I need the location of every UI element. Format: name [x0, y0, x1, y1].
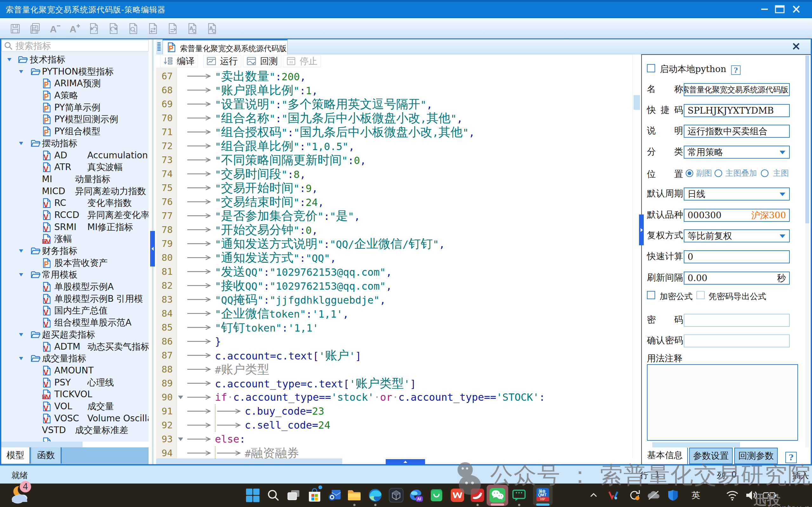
refresh-interval-field[interactable]: 0.00 秒: [684, 272, 790, 285]
tree-item[interactable]: MI动量指标: [1, 173, 149, 185]
windows-start-taskbar-button[interactable]: [243, 484, 262, 507]
undo-icon[interactable]: [89, 22, 99, 35]
inspector-vscroll-thumb[interactable]: [805, 56, 809, 223]
code-line[interactable]: 86}: [156, 334, 632, 348]
close-button[interactable]: [787, 0, 806, 18]
tree-item[interactable]: 成交量指标: [1, 352, 149, 364]
inspector-vertical-scrollbar[interactable]: [805, 56, 809, 448]
code-vertical-scrollbar[interactable]: [632, 54, 641, 458]
code-line[interactable]: 93else:: [156, 432, 632, 446]
tree-item[interactable]: VSRMIMI修正指标: [1, 221, 149, 233]
code-line[interactable]: 70"组合名称":"国九条后中小板微盘小改,其他",: [156, 111, 632, 125]
stop-button[interactable]: 停止: [283, 55, 321, 67]
tree-expand-icon[interactable]: [7, 58, 12, 62]
editor-tab-active[interactable]: P 索普量化聚宽交易系统源代码版: [163, 39, 287, 54]
tree-item[interactable]: VRC变化率指数: [1, 197, 149, 209]
dark-cube-app-taskbar-button[interactable]: [387, 484, 406, 507]
description-field[interactable]: 运行指数中买卖组合: [684, 125, 790, 138]
left-splitter-collapse-handle[interactable]: [150, 231, 155, 267]
code-line[interactable]: 87c.account=c.text['账户']: [156, 348, 632, 362]
tree-expand-icon[interactable]: [19, 357, 23, 360]
tree-item[interactable]: V单股模型示例A: [1, 281, 149, 293]
code-line[interactable]: 89c.account_type=c.text['账户类型']: [156, 376, 632, 390]
backtest-button[interactable]: 回测: [243, 55, 281, 67]
tree-expand-icon[interactable]: [19, 142, 23, 145]
code-line[interactable]: 77"是否参加集合竞价":"是",: [156, 209, 632, 223]
fold-marker-icon[interactable]: [178, 437, 183, 441]
adjust-select[interactable]: 等比前复权: [684, 229, 790, 242]
tree-item[interactable]: PA策略: [1, 90, 149, 102]
code-line[interactable]: 82"接收QQ":"1029762153@qq.com",: [156, 279, 632, 292]
code-line[interactable]: 79"通知发送方式说明":"QQ/企业微信/钉钉",: [156, 237, 632, 250]
hotkey-field[interactable]: SPLHJKJYXTYDMB: [684, 104, 790, 117]
tree-item[interactable]: VAMOUNT: [1, 364, 149, 377]
password-export-checkbox[interactable]: [696, 291, 705, 299]
doc-settings-icon[interactable]: A: [187, 22, 198, 35]
tree-item[interactable]: 财务指标: [1, 245, 149, 257]
tree-item[interactable]: VPSY心理线: [1, 377, 149, 389]
quick-calc-field[interactable]: 0: [684, 250, 790, 263]
tree-hscroll-thumb[interactable]: [1, 442, 83, 447]
tree-item[interactable]: 超买超卖指标: [1, 329, 149, 341]
tree-expand-icon[interactable]: [19, 70, 23, 74]
bottom-panel-collapse-handle[interactable]: [386, 459, 425, 464]
code-line[interactable]: 94#融资融券: [156, 446, 632, 458]
code-editor[interactable]: 67"卖出数量":200,68"账户跟单比例":1,69"设置说明":"多个策略…: [156, 68, 632, 458]
tree-item[interactable]: VVOL成交量: [1, 400, 149, 412]
radio-overlay[interactable]: [714, 169, 722, 177]
find-in-doc-icon[interactable]: [128, 22, 139, 35]
tree-item[interactable]: PPY简单示例: [1, 102, 149, 114]
tree-expand-icon[interactable]: [19, 249, 23, 253]
code-line[interactable]: 90if·c.account_type=='stock'·or·c.accoun…: [156, 390, 632, 404]
code-line[interactable]: 69"设置说明":"多个策略用英文逗号隔开",: [156, 97, 632, 111]
tree-item[interactable]: 技术指标: [1, 54, 149, 66]
password-field[interactable]: [684, 314, 790, 327]
code-line[interactable]: 80"通知发送方式":"QQ",: [156, 250, 632, 265]
search-taskbar-taskbar-button[interactable]: [264, 484, 283, 507]
tree-item[interactable]: PPY模型回测示例: [1, 113, 149, 125]
encrypt-formula-checkbox[interactable]: [647, 291, 655, 299]
tree-item[interactable]: P股本营收资产: [1, 257, 149, 269]
file-explorer-taskbar-button[interactable]: [345, 484, 364, 507]
code-line[interactable]: 73"不同策略间隔更新时间":0,: [156, 153, 632, 167]
tree-item[interactable]: MICD异同离差动力指数: [1, 185, 149, 198]
run-button[interactable]: 运行: [203, 55, 241, 67]
tree-item[interactable]: PYTHON模型指标: [1, 66, 149, 78]
search-indicator-box[interactable]: 搜索指标: [1, 40, 149, 51]
edge-ai-taskbar-button[interactable]: AI: [407, 484, 426, 507]
inspector-scroll-strip[interactable]: [652, 442, 740, 447]
right-splitter-collapse-handle[interactable]: [639, 215, 644, 245]
maximize-button[interactable]: [769, 0, 789, 18]
radio-mainchart[interactable]: [761, 169, 768, 177]
code-line[interactable]: 76"交易结束时间":24,: [156, 195, 632, 209]
tree-item[interactable]: PPY组合模型: [1, 125, 149, 137]
code-line[interactable]: 83"QQ掩码":"jjfgdhklgguebdje",: [156, 292, 632, 306]
code-line[interactable]: 85"钉钉token":'1,1': [156, 321, 632, 334]
code-line[interactable]: 91c.buy_code=23: [156, 404, 632, 418]
save-icon[interactable]: [10, 22, 21, 35]
doc-swap-icon[interactable]: [148, 22, 158, 35]
fold-marker-icon[interactable]: [178, 395, 183, 399]
tree-horizontal-scrollbar[interactable]: [1, 442, 149, 447]
redo-icon[interactable]: [108, 22, 119, 35]
code-line[interactable]: 68"账户跟单比例":1,: [156, 83, 632, 97]
left-splitter[interactable]: [149, 39, 156, 464]
tree-item[interactable]: VATR真实波幅: [1, 161, 149, 173]
code-line[interactable]: 78"开始交易分钟":0,: [156, 223, 632, 237]
tree-item[interactable]: V组合模型单股示范A: [1, 317, 149, 329]
tree-item[interactable]: aV涨幅: [1, 233, 149, 245]
usage-notes-textarea[interactable]: [647, 364, 798, 441]
doc-settings2-icon[interactable]: A: [207, 22, 217, 35]
category-select[interactable]: 常用策略: [684, 146, 790, 159]
tree-item[interactable]: VADAccumulation or: [1, 150, 149, 162]
task-view-taskbar-button[interactable]: [284, 484, 303, 507]
symbol-field[interactable]: 000300 沪深300: [684, 209, 790, 222]
tab-model[interactable]: 模型: [1, 447, 31, 463]
tree-item[interactable]: VVOSCVolume Oscilla: [1, 412, 149, 425]
confirm-password-field[interactable]: [684, 334, 790, 347]
tree-item[interactable]: V: [1, 436, 149, 442]
tree-item[interactable]: PARIMA预测: [1, 77, 149, 90]
tree-item[interactable]: aVTICKVOL: [1, 388, 149, 400]
edge-taskbar-button[interactable]: [366, 484, 385, 507]
name-field[interactable]: 索普量化聚宽交易系统源代码版: [684, 83, 790, 96]
